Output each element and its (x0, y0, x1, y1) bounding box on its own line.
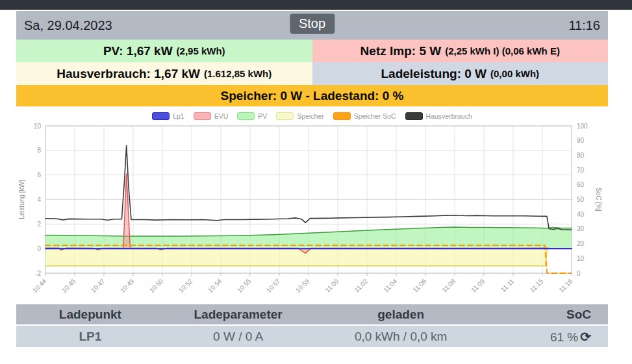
legend-swatch-icon (237, 112, 255, 120)
ytick-right: 10 (577, 255, 585, 262)
legend-label: Hausverbrauch (426, 112, 472, 120)
tile-grid-import[interactable]: Netz Imp: 5 W (2,25 kWh I) (0,06 kWh E) (312, 40, 609, 62)
legend-item-pv[interactable]: PV (237, 112, 267, 120)
charge-value: Ladeleistung: 0 W (381, 67, 487, 81)
xtick-label: 10:49 (119, 277, 136, 294)
xtick-label: 10:47 (90, 277, 107, 294)
xtick-label: 11:11 (499, 277, 516, 293)
chargepoint-name[interactable]: LP1 (16, 330, 164, 344)
charged-amount: 0,0 kWh / 0,0 km (312, 330, 490, 344)
ytick-right: 30 (577, 225, 585, 232)
house-value: Hausverbrauch: 1,67 kW (57, 67, 200, 81)
legend-label: PV (258, 112, 267, 120)
xtick-label: 10:44 (31, 277, 48, 294)
ytick-left: 6 (37, 171, 41, 178)
soc-cell: 61 %⟳ (490, 329, 608, 345)
ytick-right: 80 (577, 152, 585, 159)
stop-button[interactable]: Stop (290, 14, 335, 34)
tile-battery[interactable]: Speicher: 0 W - Ladestand: 0 % (16, 85, 608, 106)
date-label: Sa, 29.04.2023 (24, 18, 112, 33)
status-tiles: PV: 1,67 kW (2,95 kWh) Netz Imp: 5 W (2,… (16, 40, 608, 106)
col-soc: SoC (490, 308, 608, 322)
legend-swatch-icon (152, 112, 170, 120)
xtick-label: 10:57 (265, 277, 282, 294)
ytick-right: 60 (577, 181, 585, 188)
legend-item-speicher-soc[interactable]: Speicher SoC (333, 112, 396, 120)
ytick-left: -2 (35, 270, 41, 277)
table-row: LP1 0 W / 0 A 0,0 kWh / 0,0 km 61 %⟳ (16, 326, 608, 347)
legend-swatch-icon (276, 112, 294, 120)
ytick-right: 90 (577, 137, 585, 144)
ytick-right: 0 (577, 270, 581, 277)
legend-label: Lp1 (173, 112, 184, 120)
charge-parameters: 0 W / 0 A (164, 330, 312, 344)
ytick-right: 40 (577, 211, 585, 218)
soc-refresh-icon[interactable]: ⟳ (580, 330, 591, 344)
grid-value: Netz Imp: 5 W (360, 44, 442, 58)
ytick-left: 4 (37, 196, 41, 203)
pv-energy: (2,95 kWh) (177, 45, 225, 56)
xtick-label: 11:08 (440, 277, 457, 293)
legend-swatch-icon (194, 112, 211, 120)
right-axis-title: SoC [%] (595, 188, 602, 212)
house-energy: (1.612,85 kWh) (204, 68, 272, 79)
xtick-label: 11:09 (470, 277, 486, 293)
clock-label: 11:16 (568, 18, 600, 33)
col-ladeparameter: Ladeparameter (164, 308, 312, 322)
tile-charge-power[interactable]: Ladeleistung: 0 W (0,00 kWh) (312, 62, 609, 85)
xtick-label: 11:02 (353, 277, 369, 293)
openwb-dashboard: Sa, 29.04.2023 Stop 11:16 PV: 1,67 kW (2… (0, 0, 632, 364)
ytick-left: 0 (37, 245, 41, 252)
chart-legend: Lp1EVUPVSpeicherSpeicher SoCHausverbrauc… (16, 110, 608, 122)
xtick-label: 11:04 (382, 277, 398, 293)
left-axis-title: Leistung [kW] (18, 180, 25, 219)
xtick-label: 10:54 (207, 277, 223, 294)
power-chart-section: Lp1EVUPVSpeicherSpeicher SoCHausverbrauc… (16, 110, 608, 301)
header-bar: Sa, 29.04.2023 Stop 11:16 (16, 11, 608, 40)
legend-label: Speicher (297, 112, 323, 120)
ytick-left: 8 (37, 147, 41, 154)
xtick-label: 11:06 (411, 277, 427, 293)
col-ladepunkt: Ladepunkt (16, 308, 164, 322)
power-chart[interactable]: -20246810010203040506070809010010:4410:4… (16, 122, 608, 301)
ytick-left: 2 (37, 221, 41, 228)
ytick-right: 20 (577, 240, 585, 247)
xtick-label: 10:52 (177, 277, 194, 294)
legend-item-lp1[interactable]: Lp1 (152, 112, 184, 120)
legend-item-speicher[interactable]: Speicher (276, 112, 323, 120)
xtick-label: 11:16 (557, 277, 574, 293)
ytick-right: 70 (577, 167, 585, 174)
col-geladen: geladen (312, 308, 490, 322)
table-header-row: Ladepunkt Ladeparameter geladen SoC (16, 304, 608, 324)
soc-value: 61 % (550, 330, 578, 344)
legend-swatch-icon (333, 112, 351, 120)
xtick-label: 10:50 (148, 277, 165, 294)
pv-value: PV: 1,67 kW (103, 44, 173, 58)
xtick-label: 10:55 (236, 277, 253, 294)
ytick-left: 10 (34, 123, 42, 130)
xtick-label: 10:59 (294, 277, 311, 294)
legend-item-evu[interactable]: EVU (194, 112, 229, 120)
legend-item-hausverbrauch[interactable]: Hausverbrauch (405, 112, 472, 120)
top-status-bar (0, 0, 632, 10)
battery-value: Speicher: 0 W - Ladestand: 0 % (221, 89, 404, 103)
grid-energy: (2,25 kWh I) (0,06 kWh E) (445, 45, 560, 56)
xtick-label: 11:00 (323, 277, 340, 293)
xtick-label: 11:15 (528, 277, 544, 293)
xtick-label: 10:45 (60, 277, 77, 294)
charge-energy: (0,00 kWh) (490, 68, 539, 79)
legend-swatch-icon (405, 112, 423, 120)
ytick-right: 50 (577, 196, 585, 203)
ytick-right: 100 (577, 123, 588, 130)
legend-label: Speicher SoC (354, 112, 396, 120)
tile-pv[interactable]: PV: 1,67 kW (2,95 kWh) (16, 40, 312, 62)
chargepoint-table: Ladepunkt Ladeparameter geladen SoC LP1 … (16, 304, 608, 347)
legend-label: EVU (214, 112, 229, 120)
tile-house-consumption[interactable]: Hausverbrauch: 1,67 kW (1.612,85 kWh) (16, 62, 312, 85)
